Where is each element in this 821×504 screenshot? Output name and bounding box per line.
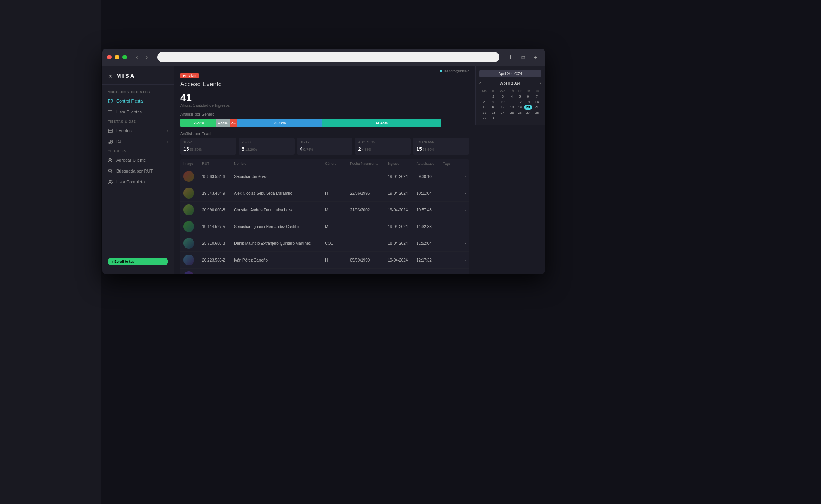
table-cell-actualizado: 11:52:04 bbox=[413, 235, 440, 252]
browser-nav: ‹ › bbox=[132, 53, 151, 61]
calendar-day[interactable]: 5 bbox=[516, 94, 524, 99]
sidebar-item-eventos[interactable]: Eventos › bbox=[102, 125, 174, 136]
table-row[interactable]: 20.990.009-8Christian Andrés Fuentealba … bbox=[180, 202, 469, 218]
table-row[interactable]: 19.114.527-5Sebastián Ignacio Hernández … bbox=[180, 218, 469, 235]
age-cell: 18-24 1536.59% bbox=[180, 138, 236, 155]
calendar-day[interactable]: 9 bbox=[489, 99, 497, 105]
sidebar-item-agregar-cliente[interactable]: Agregar Cliente bbox=[102, 155, 174, 166]
svg-point-2 bbox=[111, 142, 112, 143]
calendar-day[interactable]: 23 bbox=[489, 110, 497, 115]
sidebar-item-busqueda-rut[interactable]: Búsqueda por RUT bbox=[102, 166, 174, 176]
calendar-day[interactable]: 19 bbox=[516, 105, 524, 110]
calendar-day[interactable]: 2 bbox=[489, 94, 497, 99]
calendar-day[interactable]: 14 bbox=[532, 99, 541, 105]
close-sidebar-button[interactable]: ✕ bbox=[108, 73, 113, 78]
tab-button[interactable]: ⧉ bbox=[518, 52, 528, 62]
sidebar-label-dj: DJ bbox=[116, 139, 121, 144]
calendar-day[interactable]: 21 bbox=[532, 105, 541, 110]
age-range: 18-24 bbox=[183, 140, 233, 144]
table-cell-actualizado: 10:57:48 bbox=[413, 202, 440, 218]
calendar-day[interactable]: 16 bbox=[489, 105, 497, 110]
calendar-day[interactable]: 22 bbox=[479, 110, 489, 115]
back-button[interactable]: ‹ bbox=[132, 53, 141, 61]
browser-window: ‹ › ⬆ ⧉ + ✕ MISA Accesos y Clientes bbox=[102, 49, 545, 274]
address-bar[interactable] bbox=[157, 52, 499, 62]
calendar-day[interactable]: 20 bbox=[524, 105, 533, 110]
calendar-day bbox=[497, 115, 507, 121]
table-row[interactable]: 15.583.534-6Sebastián Jiménez19-04-20240… bbox=[180, 168, 469, 185]
table-cell-rut: 15.583.534-6 bbox=[199, 168, 231, 185]
table-row[interactable]: 20.223.580-2Iván Pérez CarreñoH05/09/199… bbox=[180, 252, 469, 269]
scroll-top-button[interactable]: ↑ Scroll to top bbox=[108, 258, 168, 265]
table-cell-image bbox=[180, 269, 199, 274]
table-row-arrow[interactable]: › bbox=[461, 218, 469, 235]
table-row-arrow[interactable]: › bbox=[461, 202, 469, 218]
table-cell-ingreso: 19-04-2024 bbox=[385, 269, 413, 274]
calendar-day bbox=[532, 115, 541, 121]
forward-button[interactable]: › bbox=[143, 53, 151, 61]
sidebar-section-accesos: Accesos y Clientes Control Fiesta bbox=[102, 88, 174, 117]
calendar-day[interactable]: 12 bbox=[516, 99, 524, 105]
calendar-day[interactable]: 17 bbox=[497, 105, 507, 110]
table-row-arrow[interactable]: › bbox=[461, 168, 469, 185]
total-label: Ahora: Cantidad de Ingresos bbox=[180, 103, 469, 108]
table-cell-genero: COL bbox=[322, 235, 347, 252]
age-section-label: Análisis por Edad bbox=[180, 132, 469, 136]
main-content: leandro@misa.c April 20, 2024 ‹ April 20… bbox=[174, 66, 545, 274]
table-row-arrow[interactable]: › bbox=[461, 269, 469, 274]
calendar-date-button[interactable]: April 20, 2024 bbox=[479, 70, 541, 77]
calendar-day[interactable]: 25 bbox=[508, 110, 516, 115]
table-column-header: Género bbox=[322, 159, 347, 168]
calendar-day[interactable]: 10 bbox=[497, 99, 507, 105]
calendar-day[interactable]: 15 bbox=[479, 105, 489, 110]
table-cell-genero bbox=[322, 168, 347, 185]
table-cell-nombre: Alex Nicolás Sepúlveda Marambo bbox=[231, 185, 322, 202]
sidebar-item-lista-completa[interactable]: Lista Completa bbox=[102, 176, 174, 187]
calendar-day[interactable]: 7 bbox=[532, 94, 541, 99]
add-tab-button[interactable]: + bbox=[530, 52, 540, 62]
cal-header-tu: Tu bbox=[489, 88, 497, 94]
close-traffic-light[interactable] bbox=[107, 55, 112, 59]
calendar-header: ‹ April 2024 › bbox=[479, 80, 541, 86]
calendar-day[interactable]: 13 bbox=[524, 99, 533, 105]
calendar-next-button[interactable]: › bbox=[540, 80, 541, 86]
age-count: 49.76% bbox=[300, 145, 350, 152]
table-cell-image bbox=[180, 202, 199, 218]
table-row[interactable]: 20.163.308-7Manuel Fernando Larenas Peña… bbox=[180, 269, 469, 274]
table-cell-rut: 19.114.527-5 bbox=[199, 218, 231, 235]
calendar-day[interactable]: 3 bbox=[497, 94, 507, 99]
sidebar-label-eventos: Eventos bbox=[116, 128, 132, 133]
age-cell: 31-35 49.76% bbox=[297, 138, 353, 155]
calendar-day[interactable]: 27 bbox=[524, 110, 533, 115]
calendar-day[interactable]: 18 bbox=[508, 105, 516, 110]
calendar-day[interactable]: 30 bbox=[489, 115, 497, 121]
table-cell-genero: H bbox=[322, 185, 347, 202]
calendar-day bbox=[524, 115, 533, 121]
calendar-day[interactable]: 26 bbox=[516, 110, 524, 115]
calendar-day[interactable]: 6 bbox=[524, 94, 533, 99]
minimize-traffic-light[interactable] bbox=[115, 55, 119, 59]
calendar-day[interactable]: 28 bbox=[532, 110, 541, 115]
calendar-icon bbox=[108, 128, 113, 133]
calendar-prev-button[interactable]: ‹ bbox=[479, 80, 481, 86]
calendar-day[interactable]: 8 bbox=[479, 99, 489, 105]
maximize-traffic-light[interactable] bbox=[122, 55, 127, 59]
table-row-arrow[interactable]: › bbox=[461, 235, 469, 252]
table-column-header: Ingreso bbox=[385, 159, 413, 168]
sidebar-item-dj[interactable]: DJ › bbox=[102, 136, 174, 147]
share-button[interactable]: ⬆ bbox=[505, 52, 516, 62]
sidebar-item-lista-clientes[interactable]: Lista Clientes bbox=[102, 106, 174, 117]
calendar-day[interactable]: 24 bbox=[497, 110, 507, 115]
section-label-accesos: Accesos y Clientes bbox=[102, 88, 174, 96]
sidebar-item-control-fiesta[interactable]: Control Fiesta bbox=[102, 96, 174, 106]
table-row[interactable]: 19.343.484-9Alex Nicolás Sepúlveda Maram… bbox=[180, 185, 469, 202]
calendar-day[interactable]: 11 bbox=[508, 99, 516, 105]
svg-rect-0 bbox=[108, 129, 112, 133]
table-row-arrow[interactable]: › bbox=[461, 252, 469, 269]
table-row-arrow[interactable]: › bbox=[461, 185, 469, 202]
calendar-day[interactable]: 4 bbox=[508, 94, 516, 99]
svg-point-5 bbox=[109, 180, 111, 181]
table-row[interactable]: 25.710.606-3Denis Mauricio Extranjero Qu… bbox=[180, 235, 469, 252]
table-cell-nombre: Denis Mauricio Extranjero Quintero Martí… bbox=[231, 235, 322, 252]
calendar-day[interactable]: 29 bbox=[479, 115, 489, 121]
